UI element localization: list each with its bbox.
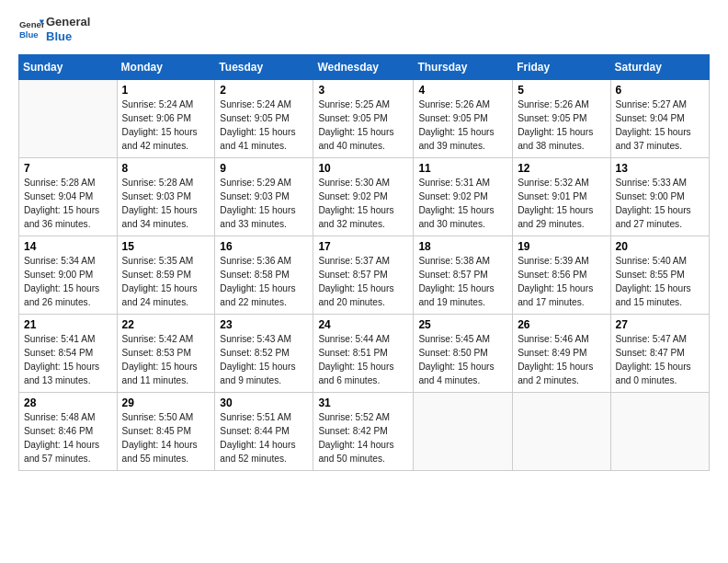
day-number: 26	[518, 318, 605, 331]
day-number: 5	[518, 84, 605, 97]
day-info: Sunrise: 5:28 AMSunset: 9:03 PMDaylight:…	[122, 177, 210, 231]
weekday-row: Sunday Monday Tuesday Wednesday Thursday…	[19, 55, 710, 80]
calendar-cell: 25Sunrise: 5:45 AMSunset: 8:50 PMDayligh…	[414, 315, 513, 393]
day-info: Sunrise: 5:27 AMSunset: 9:04 PMDaylight:…	[616, 98, 704, 153]
calendar-header: Sunday Monday Tuesday Wednesday Thursday…	[19, 55, 710, 80]
calendar-week-1: 1Sunrise: 5:24 AMSunset: 9:06 PMDaylight…	[19, 80, 710, 158]
calendar-cell: 30Sunrise: 5:51 AMSunset: 8:44 PMDayligh…	[215, 393, 313, 471]
day-info: Sunrise: 5:24 AMSunset: 9:05 PMDaylight:…	[220, 98, 308, 153]
calendar-cell: 26Sunrise: 5:46 AMSunset: 8:49 PMDayligh…	[513, 315, 610, 393]
day-info: Sunrise: 5:25 AMSunset: 9:05 PMDaylight:…	[318, 98, 408, 153]
day-number: 14	[24, 240, 112, 253]
day-number: 3	[318, 84, 408, 97]
calendar-cell	[513, 393, 610, 471]
calendar-cell: 9Sunrise: 5:29 AMSunset: 9:03 PMDaylight…	[215, 158, 313, 236]
day-number: 16	[220, 240, 308, 253]
day-info: Sunrise: 5:34 AMSunset: 9:00 PMDaylight:…	[24, 255, 112, 309]
day-info: Sunrise: 5:44 AMSunset: 8:51 PMDaylight:…	[318, 333, 408, 387]
calendar-cell: 31Sunrise: 5:52 AMSunset: 8:42 PMDayligh…	[313, 393, 414, 471]
day-number: 17	[318, 240, 408, 253]
day-number: 13	[616, 162, 704, 175]
calendar-cell	[19, 80, 118, 158]
day-info: Sunrise: 5:29 AMSunset: 9:03 PMDaylight:…	[220, 177, 308, 231]
day-number: 15	[122, 240, 210, 253]
logo-icon: General Blue	[18, 17, 44, 42]
day-info: Sunrise: 5:52 AMSunset: 8:42 PMDaylight:…	[318, 411, 408, 465]
day-info: Sunrise: 5:50 AMSunset: 8:45 PMDaylight:…	[122, 411, 210, 465]
calendar-cell: 2Sunrise: 5:24 AMSunset: 9:05 PMDaylight…	[215, 80, 313, 158]
day-info: Sunrise: 5:32 AMSunset: 9:01 PMDaylight:…	[518, 177, 605, 231]
header-friday: Friday	[513, 55, 610, 80]
calendar-cell: 28Sunrise: 5:48 AMSunset: 8:46 PMDayligh…	[19, 393, 118, 471]
day-number: 23	[220, 318, 308, 331]
day-info: Sunrise: 5:26 AMSunset: 9:05 PMDaylight:…	[518, 98, 605, 153]
header: General Blue General Blue	[18, 15, 710, 43]
day-info: Sunrise: 5:36 AMSunset: 8:58 PMDaylight:…	[220, 255, 308, 309]
calendar-cell: 17Sunrise: 5:37 AMSunset: 8:57 PMDayligh…	[313, 236, 414, 315]
calendar-cell: 11Sunrise: 5:31 AMSunset: 9:02 PMDayligh…	[414, 158, 513, 236]
calendar-cell: 10Sunrise: 5:30 AMSunset: 9:02 PMDayligh…	[313, 158, 414, 236]
day-info: Sunrise: 5:31 AMSunset: 9:02 PMDaylight:…	[418, 177, 507, 231]
header-sunday: Sunday	[19, 55, 118, 80]
day-info: Sunrise: 5:37 AMSunset: 8:57 PMDaylight:…	[318, 255, 408, 309]
svg-text:Blue: Blue	[19, 29, 39, 39]
day-number: 21	[24, 318, 112, 331]
calendar-week-4: 21Sunrise: 5:41 AMSunset: 8:54 PMDayligh…	[19, 315, 710, 393]
header-wednesday: Wednesday	[313, 55, 414, 80]
calendar-cell: 23Sunrise: 5:43 AMSunset: 8:52 PMDayligh…	[215, 315, 313, 393]
day-number: 31	[318, 396, 408, 409]
calendar-cell: 22Sunrise: 5:42 AMSunset: 8:53 PMDayligh…	[117, 315, 215, 393]
calendar-cell: 3Sunrise: 5:25 AMSunset: 9:05 PMDaylight…	[313, 80, 414, 158]
day-info: Sunrise: 5:42 AMSunset: 8:53 PMDaylight:…	[122, 333, 210, 387]
day-info: Sunrise: 5:47 AMSunset: 8:47 PMDaylight:…	[616, 333, 704, 387]
day-number: 9	[220, 162, 308, 175]
day-info: Sunrise: 5:43 AMSunset: 8:52 PMDaylight:…	[220, 333, 308, 387]
day-info: Sunrise: 5:35 AMSunset: 8:59 PMDaylight:…	[122, 255, 210, 309]
day-number: 18	[418, 240, 507, 253]
logo-general-text: General	[46, 15, 90, 29]
day-number: 22	[122, 318, 210, 331]
calendar-cell: 6Sunrise: 5:27 AMSunset: 9:04 PMDaylight…	[610, 80, 709, 158]
day-info: Sunrise: 5:39 AMSunset: 8:56 PMDaylight:…	[518, 255, 605, 309]
calendar-cell: 24Sunrise: 5:44 AMSunset: 8:51 PMDayligh…	[313, 315, 414, 393]
calendar-cell: 5Sunrise: 5:26 AMSunset: 9:05 PMDaylight…	[513, 80, 610, 158]
day-info: Sunrise: 5:38 AMSunset: 8:57 PMDaylight:…	[418, 255, 507, 309]
header-thursday: Thursday	[414, 55, 513, 80]
calendar-cell: 8Sunrise: 5:28 AMSunset: 9:03 PMDaylight…	[117, 158, 215, 236]
calendar-cell: 27Sunrise: 5:47 AMSunset: 8:47 PMDayligh…	[610, 315, 709, 393]
day-number: 12	[518, 162, 605, 175]
day-number: 27	[616, 318, 704, 331]
calendar-week-2: 7Sunrise: 5:28 AMSunset: 9:04 PMDaylight…	[19, 158, 710, 236]
calendar-cell	[610, 393, 709, 471]
day-info: Sunrise: 5:28 AMSunset: 9:04 PMDaylight:…	[24, 177, 112, 231]
day-info: Sunrise: 5:40 AMSunset: 8:55 PMDaylight:…	[616, 255, 704, 309]
day-info: Sunrise: 5:33 AMSunset: 9:00 PMDaylight:…	[616, 177, 704, 231]
calendar-cell: 21Sunrise: 5:41 AMSunset: 8:54 PMDayligh…	[19, 315, 118, 393]
day-number: 8	[122, 162, 210, 175]
day-number: 25	[418, 318, 507, 331]
calendar-cell: 1Sunrise: 5:24 AMSunset: 9:06 PMDaylight…	[117, 80, 215, 158]
day-number: 2	[220, 84, 308, 97]
day-info: Sunrise: 5:30 AMSunset: 9:02 PMDaylight:…	[318, 177, 408, 231]
header-saturday: Saturday	[610, 55, 709, 80]
calendar-cell: 7Sunrise: 5:28 AMSunset: 9:04 PMDaylight…	[19, 158, 118, 236]
calendar-cell	[414, 393, 513, 471]
day-info: Sunrise: 5:45 AMSunset: 8:50 PMDaylight:…	[418, 333, 507, 387]
day-number: 6	[616, 84, 704, 97]
logo-blue-text: Blue	[46, 29, 90, 44]
calendar-cell: 19Sunrise: 5:39 AMSunset: 8:56 PMDayligh…	[513, 236, 610, 315]
calendar-cell: 13Sunrise: 5:33 AMSunset: 9:00 PMDayligh…	[610, 158, 709, 236]
calendar-week-3: 14Sunrise: 5:34 AMSunset: 9:00 PMDayligh…	[19, 236, 710, 315]
day-number: 1	[122, 84, 210, 97]
day-number: 24	[318, 318, 408, 331]
day-info: Sunrise: 5:24 AMSunset: 9:06 PMDaylight:…	[122, 98, 210, 153]
day-info: Sunrise: 5:46 AMSunset: 8:49 PMDaylight:…	[518, 333, 605, 387]
day-info: Sunrise: 5:41 AMSunset: 8:54 PMDaylight:…	[24, 333, 112, 387]
logo: General Blue General Blue	[18, 15, 90, 43]
calendar-week-5: 28Sunrise: 5:48 AMSunset: 8:46 PMDayligh…	[19, 393, 710, 471]
day-number: 10	[318, 162, 408, 175]
calendar-cell: 4Sunrise: 5:26 AMSunset: 9:05 PMDaylight…	[414, 80, 513, 158]
calendar-cell: 12Sunrise: 5:32 AMSunset: 9:01 PMDayligh…	[513, 158, 610, 236]
calendar-body: 1Sunrise: 5:24 AMSunset: 9:06 PMDaylight…	[19, 80, 710, 471]
header-tuesday: Tuesday	[215, 55, 313, 80]
